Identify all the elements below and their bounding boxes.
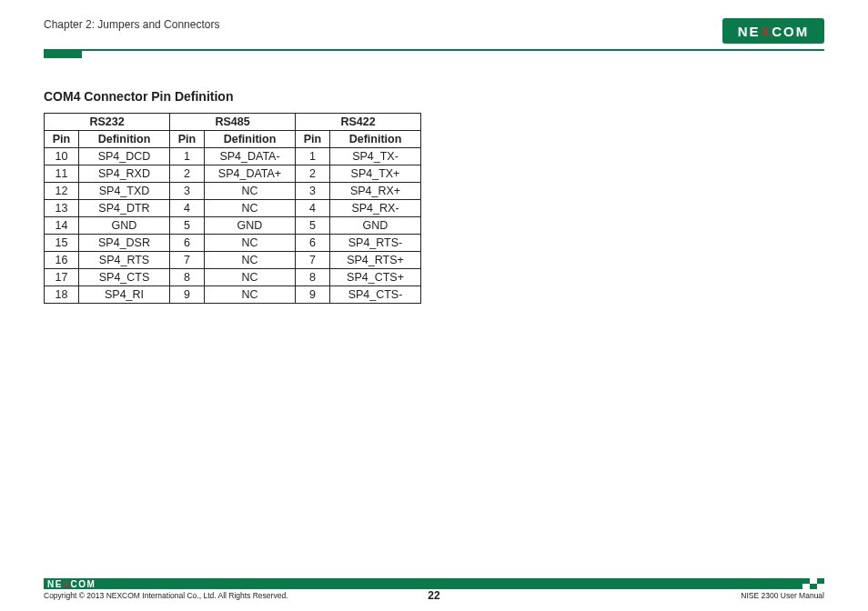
table-cell: NC <box>205 235 296 252</box>
sub-header: Pin <box>170 131 205 148</box>
copyright-text: Copyright © 2013 NEXCOM International Co… <box>44 591 288 600</box>
table-cell: 5 <box>296 217 330 235</box>
logo-post: COM <box>772 24 809 39</box>
sub-header: Pin <box>296 131 330 148</box>
table-cell: SP4_RI <box>79 286 170 304</box>
table-row: 14GND5GND5GND <box>45 217 421 235</box>
table-cell: NC <box>205 183 296 200</box>
doc-ref: NISE 2300 User Manual <box>741 591 824 600</box>
logo-x: X <box>63 579 70 588</box>
table-cell: 12 <box>45 183 79 200</box>
table-cell: SP4_DATA- <box>205 148 296 165</box>
table-cell: SP4_TX- <box>330 148 421 165</box>
table-row: 13SP4_DTR4NC4SP4_RX- <box>45 200 421 217</box>
table-cell: SP4_CTS+ <box>330 269 421 286</box>
sub-header: Definition <box>330 131 421 148</box>
page-number: 22 <box>428 589 439 602</box>
table-cell: 13 <box>45 200 79 217</box>
logo-pre: NE <box>738 24 761 39</box>
header-tab <box>44 49 82 58</box>
table-cell: SP4_RTS <box>79 252 170 269</box>
table-row: 15SP4_DSR6NC6SP4_RTS- <box>45 235 421 252</box>
table-cell: GND <box>330 217 421 235</box>
table-cell: SP4_DTR <box>79 200 170 217</box>
table-cell: 16 <box>45 252 79 269</box>
table-cell: 8 <box>296 269 330 286</box>
table-cell: 7 <box>170 252 205 269</box>
table-cell: SP4_TXD <box>79 183 170 200</box>
table-cell: 10 <box>45 148 79 165</box>
table-cell: 1 <box>296 148 330 165</box>
table-cell: NC <box>205 269 296 286</box>
nexcom-logo: NEXCOM <box>722 18 824 44</box>
table-cell: GND <box>205 217 296 235</box>
footer-decoration <box>802 578 824 589</box>
table-cell: SP4_RX+ <box>330 183 421 200</box>
logo-post: COM <box>70 579 96 589</box>
group-header: RS485 <box>170 114 296 131</box>
table-row: 10SP4_DCD1SP4_DATA-1SP4_TX- <box>45 148 421 165</box>
sub-header: Definition <box>205 131 296 148</box>
table-cell: SP4_RXD <box>79 165 170 183</box>
header-rule <box>44 49 824 51</box>
table-sub-header-row: Pin Definition Pin Definition Pin Defini… <box>45 131 421 148</box>
table-cell: SP4_DSR <box>79 235 170 252</box>
table-cell: 8 <box>170 269 205 286</box>
table-cell: 17 <box>45 269 79 286</box>
table-cell: 2 <box>296 165 330 183</box>
table-cell: 5 <box>170 217 205 235</box>
footer-bar: NEXCOM <box>44 578 824 589</box>
sub-header: Pin <box>45 131 79 148</box>
table-cell: SP4_CTS <box>79 269 170 286</box>
table-cell: 11 <box>45 165 79 183</box>
table-row: 12SP4_TXD3NC3SP4_RX+ <box>45 183 421 200</box>
footer-logo: NEXCOM <box>47 579 96 589</box>
table-cell: 2 <box>170 165 205 183</box>
table-cell: 4 <box>170 200 205 217</box>
table-cell: NC <box>205 252 296 269</box>
table-row: 17SP4_CTS8NC8SP4_CTS+ <box>45 269 421 286</box>
table-cell: GND <box>79 217 170 235</box>
table-row: 18SP4_RI9NC9SP4_CTS- <box>45 286 421 304</box>
table-cell: 4 <box>296 200 330 217</box>
table-cell: NC <box>205 200 296 217</box>
table-cell: 6 <box>296 235 330 252</box>
table-cell: SP4_RX- <box>330 200 421 217</box>
table-group-header-row: RS232 RS485 RS422 <box>45 114 421 131</box>
table-cell: SP4_CTS- <box>330 286 421 304</box>
table-cell: 15 <box>45 235 79 252</box>
table-cell: SP4_DATA+ <box>205 165 296 183</box>
group-header: RS422 <box>296 114 421 131</box>
table-row: 11SP4_RXD2SP4_DATA+2SP4_TX+ <box>45 165 421 183</box>
table-cell: 9 <box>170 286 205 304</box>
table-cell: 6 <box>170 235 205 252</box>
table-cell: NC <box>205 286 296 304</box>
section-title: COM4 Connector Pin Definition <box>44 89 824 104</box>
logo-pre: NE <box>47 579 63 589</box>
table-cell: 18 <box>45 286 79 304</box>
sub-header: Definition <box>79 131 170 148</box>
table-cell: 3 <box>170 183 205 200</box>
chapter-title: Chapter 2: Jumpers and Connectors <box>44 18 219 31</box>
table-cell: 7 <box>296 252 330 269</box>
table-cell: SP4_TX+ <box>330 165 421 183</box>
logo-x: X <box>762 25 772 38</box>
table-cell: 1 <box>170 148 205 165</box>
pin-definition-table: RS232 RS485 RS422 Pin Definition Pin Def… <box>44 113 421 304</box>
table-row: 16SP4_RTS7NC7SP4_RTS+ <box>45 252 421 269</box>
table-cell: 3 <box>296 183 330 200</box>
table-cell: SP4_DCD <box>79 148 170 165</box>
table-cell: 9 <box>296 286 330 304</box>
table-cell: SP4_RTS- <box>330 235 421 252</box>
table-cell: SP4_RTS+ <box>330 252 421 269</box>
group-header: RS232 <box>45 114 170 131</box>
table-cell: 14 <box>45 217 79 235</box>
